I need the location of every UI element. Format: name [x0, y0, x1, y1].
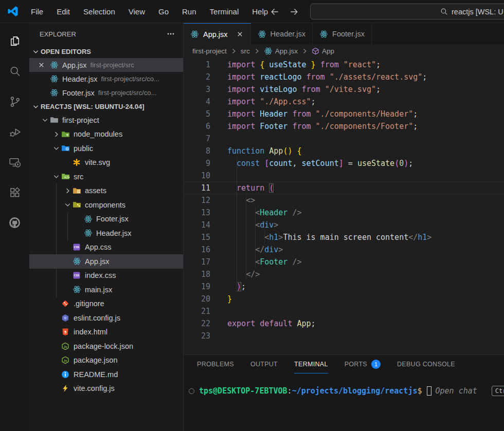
tree-item-package.json[interactable]: Jspackage.json [29, 353, 183, 368]
tree-item-index.css[interactable]: CSSindex.css [29, 269, 183, 283]
panel-tab-terminal[interactable]: TERMINAL [294, 355, 328, 373]
explorer-button[interactable] [0, 26, 29, 56]
code-line-21[interactable]: 21 [184, 305, 504, 317]
code-line-13[interactable]: 13 <Header /> [184, 207, 504, 219]
command-center-search[interactable]: reactjs [WSL: U [310, 4, 504, 20]
code-line-10[interactable]: 10 [184, 170, 504, 182]
file-tree: first-projectnode_modulespublicvite.svg<… [29, 113, 183, 396]
tree-item-vite.svg[interactable]: vite.svg [29, 156, 183, 170]
tree-item-assets[interactable]: assets [29, 184, 183, 198]
code-line-18[interactable]: 18 </> [184, 268, 504, 280]
tree-item-vite.config.js[interactable]: vite.config.js [29, 382, 183, 396]
back-arrow-icon[interactable] [269, 7, 280, 17]
tree-item-App.css[interactable]: CSSApp.css [29, 240, 183, 255]
tree-item-main.jsx[interactable]: main.jsx [29, 283, 183, 297]
code-line-14[interactable]: 14 <div> [184, 219, 504, 231]
tree-item-index.html[interactable]: 5index.html [29, 325, 183, 340]
tree-item-Footer.jsx[interactable]: Footer.jsx [29, 212, 183, 227]
tree-item-eslint.config.js[interactable]: eslint.config.js [29, 311, 183, 325]
menu-selection[interactable]: Selection [77, 7, 122, 16]
react-icon [73, 285, 85, 294]
code-line-22[interactable]: 22export default App; [184, 317, 504, 330]
code-line-5[interactable]: 5import Header from "./components/Header… [184, 108, 504, 120]
code-line-15[interactable]: 15 <h1>This is main screen content</h1> [184, 231, 504, 243]
panel-tab-label: DEBUG CONSOLE [397, 361, 455, 368]
tab-Footer.jsx[interactable]: Footer.jsx [313, 23, 372, 45]
remote-explorer-button[interactable] [0, 147, 29, 177]
code-line-12[interactable]: 12 <> [184, 194, 504, 207]
sidebar-title: EXPLORER [40, 30, 76, 38]
code-line-9[interactable]: 9 const [count, setCount] = useState(0); [184, 157, 504, 170]
menu-terminal[interactable]: Terminal [203, 7, 246, 16]
open-editor-Footer.jsx[interactable]: Footer.jsxfirst-project/src/co... [29, 86, 183, 100]
menu-file[interactable]: File [24, 7, 50, 16]
breadcrumb-item-App.jsx[interactable]: App.jsx [264, 47, 298, 55]
tree-item-Header.jsx[interactable]: Header.jsx [29, 226, 183, 240]
code-area[interactable]: 1import { useState } from "react";2impor… [184, 58, 504, 354]
menu-go[interactable]: Go [152, 7, 175, 16]
vscode-logo-icon [7, 5, 19, 17]
github-button[interactable] [0, 208, 29, 238]
code-line-6[interactable]: 6import Footer from "./components/Footer… [184, 120, 504, 133]
search-button[interactable] [0, 56, 29, 86]
code-line-20[interactable]: 20} [184, 293, 504, 305]
breadcrumb-label: App.jsx [275, 47, 298, 55]
tab-App.jsx[interactable]: App.jsx [184, 23, 251, 45]
tree-item-label: .gitignore [74, 299, 104, 308]
tree-item-App.jsx[interactable]: App.jsx [29, 254, 183, 269]
code-line-3[interactable]: 3import viteLogo from "/vite.svg"; [184, 83, 504, 96]
panel-tab-ports[interactable]: PORTS1 [345, 355, 381, 373]
ctrl-keycap[interactable]: Ctrl [492, 386, 504, 396]
tree-item-first-project[interactable]: first-project [29, 113, 183, 127]
run-debug-button[interactable] [0, 117, 29, 147]
tree-item-.gitignore[interactable]: .gitignore [29, 297, 183, 311]
tree-item-components[interactable]: components [29, 198, 183, 212]
menu-view[interactable]: View [122, 7, 152, 16]
tree-item-public[interactable]: public [29, 141, 183, 156]
code-line-16[interactable]: 16 </div> [184, 243, 504, 256]
tree-item-node_modules[interactable]: node_modules [29, 127, 183, 142]
close-icon[interactable] [38, 61, 50, 69]
panel-tab-problems[interactable]: PROBLEMS [197, 355, 234, 373]
panel-tab-output[interactable]: OUTPUT [250, 355, 278, 373]
tree-item-src[interactable]: </>src [29, 170, 183, 184]
code-line-8[interactable]: 8function App() { [184, 145, 504, 157]
chevron-right-icon [62, 187, 73, 195]
chevron-down-icon [30, 103, 41, 110]
source-control-button[interactable] [0, 86, 29, 117]
breadcrumb-item-first-project[interactable]: first-project [192, 47, 227, 55]
eslint-icon [61, 314, 74, 322]
panel-tab-label: OUTPUT [250, 361, 278, 368]
line-number: 3 [184, 83, 210, 96]
panel-tab-debug-console[interactable]: DEBUG CONSOLE [397, 355, 455, 373]
folder-components-icon [73, 200, 85, 209]
tree-header[interactable]: REACTJS [WSL: UBUNTU-24.04] [29, 100, 183, 113]
menu-edit[interactable]: Edit [50, 7, 77, 16]
terminal-prompt-line[interactable]: tps@DESKTOP-7EBTVOB : ~/projects/bloggin… [189, 386, 502, 396]
more-actions-icon[interactable] [167, 30, 175, 38]
open-editor-App.jsx[interactable]: App.jsxfirst-project/src [29, 58, 183, 72]
open-editors-header[interactable]: OPEN EDITORS [29, 45, 183, 58]
open-editor-Header.jsx[interactable]: Header.jsxfirst-project/src/co... [29, 72, 183, 86]
tab-Header.jsx[interactable]: Header.jsx [251, 23, 313, 45]
react-icon [84, 229, 96, 237]
close-icon[interactable] [236, 30, 244, 38]
tree-item-package-lock.json[interactable]: Jspackage-lock.json [29, 339, 183, 353]
code-line-17[interactable]: 17 <Footer /> [184, 256, 504, 268]
svg-text:Js: Js [64, 345, 67, 348]
code-line-23[interactable]: 23 [184, 330, 504, 342]
breadcrumb-item-src[interactable]: src [241, 47, 250, 55]
code-line-2[interactable]: 2import reactLogo from "./assets/react.s… [184, 71, 504, 83]
code-line-11[interactable]: 11 return ( [184, 182, 504, 194]
forward-arrow-icon[interactable] [289, 7, 299, 17]
extensions-button[interactable] [0, 177, 29, 208]
menu-run[interactable]: Run [175, 7, 203, 16]
breadcrumb-item-App[interactable]: App [312, 47, 334, 55]
code-line-19[interactable]: 19 ); [184, 280, 504, 293]
tree-item-README.md[interactable]: README.md [29, 367, 183, 382]
code-line-4[interactable]: 4import "./App.css"; [184, 96, 504, 108]
code-line-1[interactable]: 1import { useState } from "react"; [184, 59, 504, 71]
code-line-7[interactable]: 7 [184, 133, 504, 145]
indent-guide [246, 194, 246, 280]
terminal-cursor [427, 386, 431, 396]
